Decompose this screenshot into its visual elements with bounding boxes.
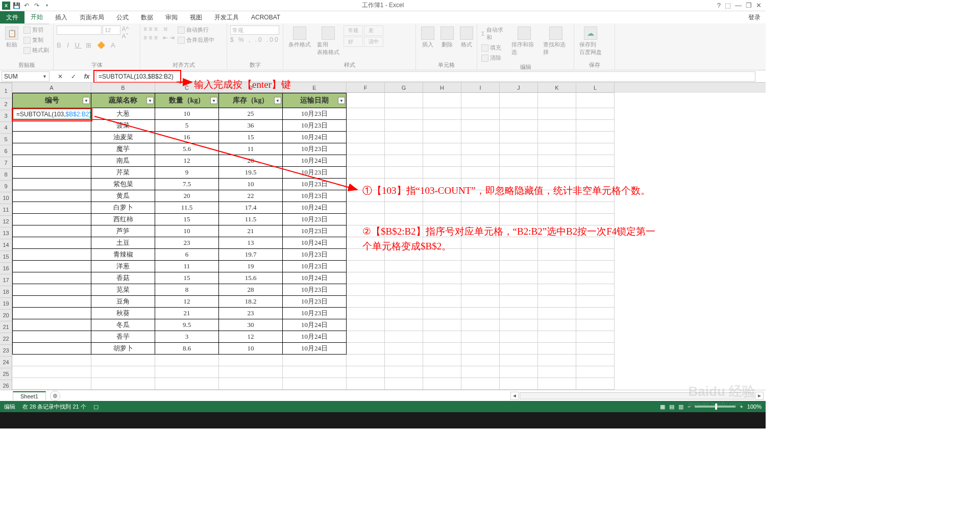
cell[interactable] — [461, 167, 500, 179]
row-header[interactable]: 13 — [0, 228, 12, 239]
tab-formulas[interactable]: 公式 — [110, 11, 135, 24]
cell[interactable] — [500, 355, 538, 366]
cell[interactable] — [538, 155, 576, 167]
cell[interactable] — [500, 261, 538, 272]
cell[interactable]: 芦笋 — [91, 225, 155, 237]
cell[interactable] — [12, 355, 91, 366]
cell[interactable] — [576, 284, 615, 296]
zoom-in-icon[interactable]: + — [740, 403, 743, 410]
cell[interactable]: 16 — [155, 132, 219, 143]
cell[interactable]: 10月23日 — [283, 261, 347, 272]
cell[interactable] — [12, 143, 91, 155]
cell[interactable] — [385, 202, 423, 214]
cell[interactable] — [12, 167, 91, 179]
cell[interactable] — [347, 93, 385, 108]
format-as-table-button[interactable]: 套用 表格格式 — [315, 26, 341, 57]
cell[interactable] — [461, 132, 500, 143]
cell[interactable] — [385, 319, 423, 331]
cell[interactable] — [500, 366, 538, 378]
cell[interactable] — [500, 202, 538, 214]
row-header[interactable]: 3 — [0, 110, 12, 122]
cell[interactable] — [538, 343, 576, 355]
cell[interactable] — [347, 355, 385, 366]
cell[interactable] — [500, 308, 538, 319]
cell[interactable] — [385, 355, 423, 366]
col-header[interactable]: G — [385, 83, 423, 93]
cell[interactable]: 8.6 — [155, 343, 219, 355]
cell[interactable] — [385, 167, 423, 179]
cell[interactable] — [423, 319, 461, 331]
cell[interactable]: 25 — [219, 108, 283, 120]
cell[interactable] — [347, 331, 385, 343]
cell[interactable] — [347, 343, 385, 355]
filter-dropdown-icon[interactable]: ▾ — [338, 97, 345, 104]
cell[interactable] — [423, 155, 461, 167]
cell[interactable] — [347, 272, 385, 284]
autosum-button[interactable]: Σ自动求和 — [480, 26, 507, 42]
cell[interactable] — [347, 120, 385, 132]
cell[interactable] — [461, 378, 500, 390]
cell[interactable] — [461, 366, 500, 378]
cell[interactable]: 36 — [219, 120, 283, 132]
cell[interactable] — [500, 378, 538, 390]
cell[interactable]: 冬瓜 — [91, 319, 155, 331]
cell[interactable] — [12, 179, 91, 190]
close-icon[interactable]: ✕ — [756, 2, 762, 9]
cell[interactable] — [385, 108, 423, 120]
cell[interactable] — [576, 214, 615, 225]
cell[interactable]: 19.7 — [219, 249, 283, 261]
cell[interactable] — [347, 261, 385, 272]
chevron-down-icon[interactable]: ▼ — [42, 74, 47, 79]
cell[interactable] — [461, 272, 500, 284]
row-header[interactable]: 9 — [0, 181, 12, 192]
cell[interactable] — [500, 155, 538, 167]
tab-file[interactable]: 文件 — [0, 11, 24, 24]
cell[interactable] — [461, 93, 500, 108]
cell[interactable] — [385, 284, 423, 296]
cell[interactable] — [155, 378, 219, 390]
cell[interactable] — [12, 190, 91, 202]
cell[interactable] — [219, 355, 283, 366]
cell[interactable] — [423, 108, 461, 120]
cell[interactable] — [576, 308, 615, 319]
cell[interactable] — [423, 343, 461, 355]
cell[interactable]: 15.6 — [219, 272, 283, 284]
font-family-combo[interactable] — [57, 26, 102, 35]
cell[interactable]: 17.4 — [219, 202, 283, 214]
cell[interactable] — [423, 355, 461, 366]
cell[interactable] — [12, 296, 91, 308]
cell[interactable] — [347, 132, 385, 143]
sort-filter-button[interactable]: 排序和筛选 — [509, 26, 539, 57]
cell[interactable]: 大葱 — [91, 108, 155, 120]
cell[interactable] — [12, 214, 91, 225]
cell[interactable] — [91, 366, 155, 378]
cell[interactable]: 10月23日 — [283, 308, 347, 319]
sheet-tab[interactable]: Sheet1 — [13, 391, 46, 400]
cell[interactable] — [12, 249, 91, 261]
view-break-icon[interactable]: ▥ — [678, 403, 683, 410]
cell[interactable]: 9 — [155, 167, 219, 179]
cell[interactable] — [576, 155, 615, 167]
login-link[interactable]: 登录 — [748, 13, 766, 22]
cell[interactable] — [576, 93, 615, 108]
cell[interactable] — [538, 272, 576, 284]
tab-dev[interactable]: 开发工具 — [208, 11, 245, 24]
cell[interactable] — [423, 167, 461, 179]
cell[interactable] — [12, 308, 91, 319]
table-header[interactable]: 蔬菜名称▾ — [91, 93, 155, 108]
cell[interactable]: 土豆 — [91, 237, 155, 249]
cell[interactable] — [347, 202, 385, 214]
cell[interactable] — [500, 167, 538, 179]
cell[interactable] — [576, 378, 615, 390]
cell[interactable] — [576, 132, 615, 143]
row-header[interactable]: 25 — [0, 368, 12, 380]
filter-dropdown-icon[interactable]: ▾ — [274, 97, 281, 104]
cell[interactable]: 10月23日 — [283, 190, 347, 202]
row-header[interactable]: 10 — [0, 192, 12, 204]
cell[interactable] — [283, 378, 347, 390]
cell[interactable]: 30 — [219, 319, 283, 331]
cell[interactable] — [538, 132, 576, 143]
row-header[interactable]: 20 — [0, 310, 12, 321]
cell[interactable] — [91, 355, 155, 366]
row-header[interactable]: 15 — [0, 251, 12, 263]
